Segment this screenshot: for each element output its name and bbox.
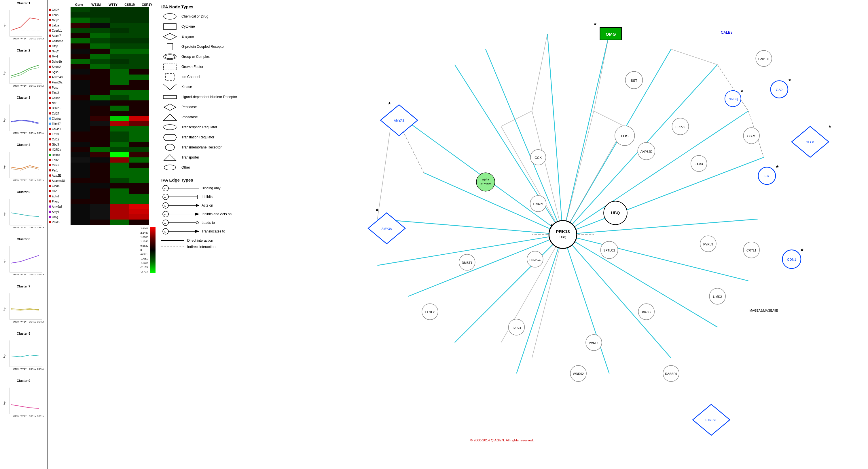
cluster-7-title: Cluster 7 xyxy=(17,284,30,288)
heatmap-cell xyxy=(110,111,129,116)
svg-point-69 xyxy=(165,55,175,59)
ipa-node-transmembrane: Transmembrane Receptor xyxy=(161,143,256,152)
gene-label: Glod4 xyxy=(52,185,70,188)
svg-rect-73 xyxy=(163,96,177,99)
svg-marker-101 xyxy=(195,213,199,215)
heatmap-cell xyxy=(129,116,149,121)
gene-dot xyxy=(49,169,51,171)
heatmap-cell xyxy=(129,64,149,69)
svg-text:DMBT1: DMBT1 xyxy=(462,261,472,264)
heatmap-cell xyxy=(90,12,110,18)
heatmap-row: Amy1 xyxy=(49,209,156,214)
gene-dot xyxy=(49,107,51,109)
heatmap-cell xyxy=(110,100,129,106)
inhibits-acts-svg: A B xyxy=(161,210,199,219)
ipa-edge-inhibits-acts-label: Inhibits and Acts on xyxy=(202,212,256,216)
acts-on-diagram: A B xyxy=(161,201,199,210)
gene-dot xyxy=(49,97,51,99)
heatmap-cell xyxy=(110,142,129,147)
network-panel: PRK13 UBQ * UBQ FOS SST CALB3 xyxy=(260,3,865,466)
heatmap-cell xyxy=(129,100,149,106)
cluster-1: Cluster 1 log₂ WT1M WT1Y CSR1M CSR1Y xyxy=(1,1,46,48)
heatmap-cell xyxy=(110,126,129,132)
svg-text:log₂: log₂ xyxy=(3,307,5,310)
heatmap-cell xyxy=(90,59,110,64)
node-cryl1: CRYL1 xyxy=(743,242,760,258)
ipa-node-cytokine-label: Cytokine xyxy=(181,25,195,29)
ipa-edge-translocates: A B Translocates to xyxy=(161,227,256,236)
ipa-node-translation: Translation Regulator xyxy=(161,133,256,141)
gene-dot xyxy=(49,154,51,156)
heatmap-cell xyxy=(110,59,129,64)
heatmap-cell xyxy=(90,33,110,38)
heatmap-cell xyxy=(129,204,149,209)
cytokine-shape xyxy=(161,23,179,30)
heatmap-cell xyxy=(129,189,149,194)
leads-to-svg: A B xyxy=(161,219,199,227)
ipa-node-growth-label: Growth Factor xyxy=(181,65,203,69)
heatmap-cell xyxy=(129,43,149,48)
svg-point-64 xyxy=(163,13,176,19)
svg-text:CRYL1: CRYL1 xyxy=(746,248,756,252)
svg-rect-67 xyxy=(167,43,173,50)
svg-point-78 xyxy=(165,144,175,150)
heatmap-cell xyxy=(70,85,90,90)
node-sptlc2: SPTLC2 xyxy=(600,241,618,259)
heatmap-cell xyxy=(70,74,90,80)
gene-label: Bcl2l15 xyxy=(52,107,70,110)
heatmap-cell xyxy=(70,209,90,214)
heatmap-cell xyxy=(110,48,129,54)
svg-marker-74 xyxy=(164,104,176,110)
ipa-node-nuclear: Ligand-dependent Nuclear Receptor xyxy=(161,93,256,101)
heatmap-cell xyxy=(110,147,129,152)
ipa-node-ion-label: Ion Channel xyxy=(181,75,200,79)
svg-text:WT1M: WT1M xyxy=(13,179,19,181)
cluster-4: Cluster 4 log₂ WT1M WT1Y CSR1M CSR1Y xyxy=(1,143,46,190)
heatmap-row: Ccdc85a xyxy=(49,38,156,43)
svg-rect-71 xyxy=(165,74,174,80)
heatmap-cell xyxy=(110,137,129,142)
growth-shape xyxy=(161,63,179,70)
heatmap-cell xyxy=(129,111,149,116)
heatmap-cell xyxy=(110,74,129,80)
peptidase-shape xyxy=(161,104,179,111)
svg-text:*: * xyxy=(376,207,378,214)
right-panel: IPA Node Types Chemical or Drug Cytokine… xyxy=(157,0,868,469)
heatmap-header: Gene WT1M WT1Y CSR1M CSR1Y xyxy=(70,3,156,6)
svg-text:PNMAL1: PNMAL1 xyxy=(530,258,541,261)
heatmap-cell xyxy=(70,183,90,189)
heatmap-cell xyxy=(129,85,149,90)
cluster-panel: Cluster 1 log₂ WT1M WT1Y CSR1M CSR1Y Clu… xyxy=(0,0,48,469)
legend-val-11: -2.703 xyxy=(140,270,148,273)
svg-text:WT1M: WT1M xyxy=(13,37,19,40)
heatmap-cell xyxy=(129,28,149,33)
svg-text:CCK: CCK xyxy=(534,156,542,160)
heatmap-cell xyxy=(129,23,149,28)
heatmap-cell xyxy=(90,7,110,12)
ipa-edge-leads-to-label: Leads to xyxy=(202,221,256,225)
svg-text:WT1Y: WT1Y xyxy=(21,368,27,370)
svg-text:GA2: GA2 xyxy=(776,88,783,92)
heatmap-cell xyxy=(110,23,129,28)
heatmap-cell xyxy=(129,132,149,137)
heatmap-cell xyxy=(110,121,129,126)
heatmap-body: Ccl28Tnnt2Mctp1LalbaCuedc1Adam7Ccdc85aGf… xyxy=(49,7,156,225)
svg-text:*: * xyxy=(741,89,743,96)
heatmap-cell xyxy=(110,209,129,214)
ipa-node-transcription-label: Transcription Regulator xyxy=(181,125,217,129)
heatmap-cell xyxy=(90,38,110,43)
heatmap-cell xyxy=(110,38,129,43)
svg-point-80 xyxy=(164,165,176,170)
heatmap-cell xyxy=(110,64,129,69)
interaction-types: Direct interaction Indirect interaction xyxy=(161,238,256,249)
heatmap-cell xyxy=(70,152,90,157)
heatmap-row: Adam7 xyxy=(49,33,156,38)
heatmap-row: Postn xyxy=(49,85,156,90)
cluster-4-title: Cluster 4 xyxy=(17,143,30,146)
svg-text:WDR62: WDR62 xyxy=(573,372,584,375)
cluster-6-chart: log₂ WT1M WT1Y CSR1M CSR1Y xyxy=(3,241,44,282)
svg-text:CDN1: CDN1 xyxy=(787,258,796,262)
heatmap-row: Agxt2l1 xyxy=(49,173,156,178)
heatmap-row: Omg xyxy=(49,214,156,220)
gene-label: Gaa xyxy=(52,190,70,193)
